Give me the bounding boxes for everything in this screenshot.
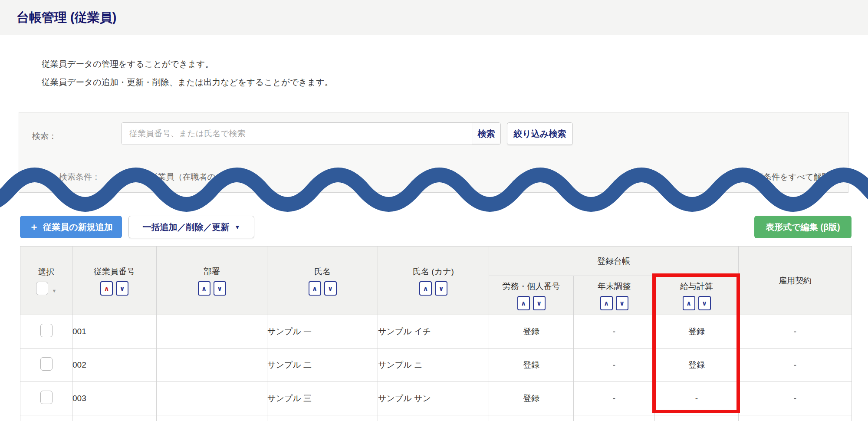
payroll-status-cell: 登録 bbox=[655, 349, 739, 382]
filter-search-button[interactable]: 絞り込み検索 bbox=[507, 122, 573, 145]
sort-descending-button[interactable]: ∨ bbox=[116, 281, 128, 296]
department-cell bbox=[157, 315, 267, 349]
employee-number-header-label: 従業員番号 bbox=[94, 266, 135, 277]
search-condition-label: 検索条件： bbox=[59, 171, 100, 183]
plus-icon: ＋ bbox=[29, 222, 39, 232]
column-header-select: 選択 ▼ bbox=[20, 247, 72, 315]
name-cell: サンプル 三 bbox=[267, 382, 378, 415]
year-end-adjustment-label: 年末調整 bbox=[598, 281, 631, 292]
search-panel: 検索： 検索 絞り込み検索 検索条件： 表示中の従業員（在職者のみ） 検索条件を… bbox=[19, 112, 848, 193]
table-row: 001 サンプル 一 サンプル イチ 登録 - 登録 - bbox=[20, 315, 852, 349]
sort-descending-button[interactable]: ∨ bbox=[698, 296, 711, 310]
select-menu-caret-icon[interactable]: ▼ bbox=[52, 288, 57, 293]
column-header-name: 氏名 ∧ ∨ bbox=[267, 247, 378, 315]
payroll-status-cell: - bbox=[655, 382, 739, 415]
sort-descending-button[interactable]: ∨ bbox=[435, 281, 447, 296]
search-input-group: 検索 bbox=[121, 122, 501, 145]
sort-descending-button[interactable]: ∨ bbox=[533, 296, 546, 310]
employee-number-cell: 001 bbox=[72, 315, 157, 349]
row-checkbox[interactable] bbox=[40, 357, 53, 371]
page-title: 台帳管理 (従業員) bbox=[0, 0, 868, 35]
column-header-employee-number: 従業員番号 ∧ ∨ bbox=[72, 247, 157, 315]
search-button[interactable]: 検索 bbox=[472, 123, 500, 145]
department-cell bbox=[157, 382, 267, 415]
employment-contract-status-cell: - bbox=[739, 349, 852, 382]
column-group-header-registered-ledgers: 登録台帳 bbox=[489, 247, 739, 276]
labor-ledger-status-cell: 登録 bbox=[489, 382, 574, 415]
select-header-label: 選択 bbox=[38, 266, 55, 278]
add-employee-button[interactable]: ＋ 従業員の新規追加 bbox=[20, 216, 122, 238]
sort-descending-button[interactable]: ∨ bbox=[616, 296, 628, 310]
payroll-status-cell: 登録 bbox=[655, 315, 739, 349]
name-kana-cell: サンプル イチ bbox=[378, 315, 489, 349]
sort-ascending-button[interactable]: ∧ bbox=[683, 296, 695, 310]
title-bar: 台帳管理 (従業員) bbox=[0, 0, 868, 35]
column-header-year-end-adjustment: 年末調整 ∧ ∨ bbox=[574, 276, 655, 315]
payroll-calculation-label: 給与計算 bbox=[680, 281, 713, 292]
employee-number-cell: 002 bbox=[72, 349, 157, 382]
bulk-actions-dropdown-button[interactable]: 一括追加／削除／更新 ▼ bbox=[128, 216, 254, 238]
sort-ascending-button[interactable]: ∧ bbox=[517, 296, 530, 310]
sort-ascending-button[interactable]: ∧ bbox=[100, 281, 113, 296]
intro-text: 従業員データの管理をすることができます。 従業員データの追加・更新・削除、または… bbox=[42, 55, 333, 91]
labor-ledger-status-cell: 登録 bbox=[489, 349, 574, 382]
search-condition-value: 表示中の従業員（在職者のみ） bbox=[116, 171, 232, 183]
name-cell: サンプル 一 bbox=[267, 315, 378, 349]
year-end-adjustment-status-cell: - bbox=[574, 349, 655, 382]
sort-ascending-button[interactable]: ∧ bbox=[419, 281, 432, 296]
name-kana-cell: サンプル ニ bbox=[378, 349, 489, 382]
name-kana-cell: サンプル サン bbox=[378, 382, 489, 415]
row-checkbox[interactable] bbox=[40, 391, 53, 404]
employee-table: 選択 ▼ 従業員番号 ∧ ∨ bbox=[20, 246, 852, 421]
department-header-label: 部署 bbox=[204, 266, 220, 277]
sort-ascending-button[interactable]: ∧ bbox=[198, 281, 210, 296]
search-row: 検索： 検索 絞り込み検索 bbox=[19, 112, 848, 160]
year-end-adjustment-status-cell: - bbox=[574, 382, 655, 415]
sort-ascending-button[interactable]: ∧ bbox=[309, 281, 321, 296]
labor-ledger-status-cell: 登録 bbox=[489, 315, 574, 349]
caret-down-icon: ▼ bbox=[235, 224, 240, 230]
employee-number-cell: 003 bbox=[72, 382, 157, 415]
sort-ascending-button[interactable]: ∧ bbox=[600, 296, 613, 310]
registered-ledgers-label: 登録台帳 bbox=[597, 257, 630, 266]
column-header-employment-contract: 雇用契約 bbox=[739, 247, 852, 315]
search-label: 検索： bbox=[32, 131, 57, 142]
name-cell: サンプル 二 bbox=[267, 349, 378, 382]
sort-descending-button[interactable]: ∨ bbox=[324, 281, 337, 296]
name-kana-header-label: 氏名 (カナ) bbox=[413, 266, 454, 277]
column-header-name-kana: 氏名 (カナ) ∧ ∨ bbox=[378, 247, 489, 315]
column-header-labor-personal-number: 労務・個人番号 ∧ ∨ bbox=[489, 276, 574, 315]
intro-line-1: 従業員データの管理をすることができます。 bbox=[42, 55, 333, 73]
edit-in-table-format-button[interactable]: 表形式で編集 (β版) bbox=[754, 216, 852, 238]
intro-line-2: 従業員データの追加・更新・削除、または出力などをすることができます。 bbox=[42, 73, 333, 91]
department-cell bbox=[157, 349, 267, 382]
table-row-partial bbox=[20, 415, 852, 421]
select-all-checkbox[interactable] bbox=[36, 282, 48, 295]
year-end-adjustment-status-cell: - bbox=[574, 315, 655, 349]
employment-contract-status-cell: - bbox=[739, 315, 852, 349]
add-employee-label: 従業員の新規追加 bbox=[43, 221, 112, 233]
name-header-label: 氏名 bbox=[314, 266, 331, 277]
employment-contract-label: 雇用契約 bbox=[779, 276, 812, 285]
clear-search-conditions-link[interactable]: 検索条件をすべて解除 bbox=[747, 171, 830, 183]
row-checkbox[interactable] bbox=[40, 324, 53, 337]
search-condition-row: 検索条件： 表示中の従業員（在職者のみ） 検索条件をすべて解除 bbox=[19, 160, 848, 193]
ledger-management-screen: 台帳管理 (従業員) 従業員データの管理をすることができます。 従業員データの追… bbox=[0, 0, 868, 421]
column-header-department: 部署 ∧ ∨ bbox=[157, 247, 267, 315]
employment-contract-status-cell: - bbox=[739, 382, 852, 415]
search-input[interactable] bbox=[122, 123, 472, 145]
sort-descending-button[interactable]: ∨ bbox=[214, 281, 226, 296]
column-header-payroll-calculation: 給与計算 ∧ ∨ bbox=[655, 276, 739, 315]
bulk-actions-label: 一括追加／削除／更新 bbox=[143, 221, 230, 233]
table-row: 003 サンプル 三 サンプル サン 登録 - - - bbox=[20, 382, 852, 415]
labor-personal-number-label: 労務・個人番号 bbox=[503, 281, 560, 292]
table-row: 002 サンプル 二 サンプル ニ 登録 - 登録 - bbox=[20, 349, 852, 382]
